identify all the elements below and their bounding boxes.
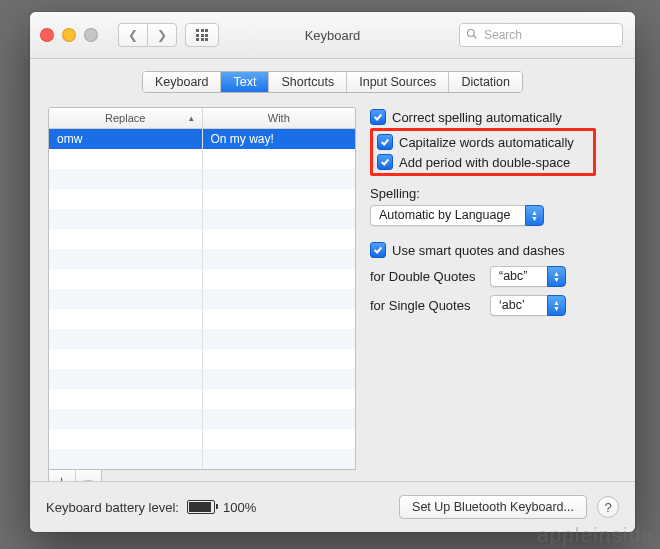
svg-point-0: [468, 29, 475, 36]
battery-icon: [187, 500, 215, 514]
col-with-header[interactable]: With: [203, 108, 356, 128]
help-button[interactable]: ?: [597, 496, 619, 518]
tab-segment: Keyboard Text Shortcuts Input Sources Di…: [142, 71, 523, 93]
content-area: Replace ▴ With omw On my way!: [30, 93, 635, 499]
svg-line-1: [474, 35, 477, 38]
checkmark-icon: [373, 112, 383, 122]
tab-shortcuts[interactable]: Shortcuts: [269, 72, 347, 92]
tab-text[interactable]: Text: [221, 72, 269, 92]
battery-status: Keyboard battery level: 100%: [46, 500, 256, 515]
replacements-table[interactable]: Replace ▴ With omw On my way!: [48, 107, 356, 470]
tab-keyboard[interactable]: Keyboard: [143, 72, 222, 92]
search-icon: [466, 28, 478, 43]
forward-button[interactable]: ❯: [147, 23, 177, 47]
correct-spelling-checkbox[interactable]: [370, 109, 386, 125]
smart-quotes-label: Use smart quotes and dashes: [392, 243, 565, 258]
popup-arrows-icon: ▲▼: [525, 205, 544, 226]
cell-with[interactable]: On my way!: [203, 129, 356, 149]
add-period-checkbox[interactable]: [377, 154, 393, 170]
double-quotes-label: for Double Quotes: [370, 269, 482, 284]
capitalize-checkbox[interactable]: [377, 134, 393, 150]
single-quotes-value: ‘abc’: [490, 295, 547, 316]
tab-dictation[interactable]: Dictation: [449, 72, 522, 92]
correct-spelling-label: Correct spelling automatically: [392, 110, 562, 125]
window-controls: [40, 28, 98, 42]
single-quotes-row: for Single Quotes ‘abc’ ▲▼: [370, 295, 617, 316]
double-quotes-value: “abc”: [490, 266, 547, 287]
add-period-row[interactable]: Add period with double-space: [377, 154, 589, 170]
popup-arrows-icon: ▲▼: [547, 266, 566, 287]
battery-label: Keyboard battery level:: [46, 500, 179, 515]
footer-bar: Keyboard battery level: 100% Set Up Blue…: [30, 481, 635, 532]
checkmark-icon: [373, 245, 383, 255]
spelling-popup-value: Automatic by Language: [370, 205, 525, 226]
single-quotes-popup[interactable]: ‘abc’ ▲▼: [490, 295, 566, 316]
minimize-window-button[interactable]: [62, 28, 76, 42]
close-window-button[interactable]: [40, 28, 54, 42]
chevron-right-icon: ❯: [157, 28, 167, 42]
checkmark-icon: [380, 157, 390, 167]
popup-arrows-icon: ▲▼: [547, 295, 566, 316]
double-quotes-popup[interactable]: “abc” ▲▼: [490, 266, 566, 287]
text-replacements-section: Replace ▴ With omw On my way!: [48, 107, 356, 491]
back-button[interactable]: ❮: [118, 23, 147, 47]
tab-input-sources[interactable]: Input Sources: [347, 72, 449, 92]
capitalize-row[interactable]: Capitalize words automatically: [377, 134, 589, 150]
capitalize-label: Capitalize words automatically: [399, 135, 574, 150]
table-row[interactable]: omw On my way!: [49, 129, 355, 149]
smart-quotes-checkbox[interactable]: [370, 242, 386, 258]
spelling-popup[interactable]: Automatic by Language ▲▼: [370, 205, 544, 226]
search-field[interactable]: [459, 23, 623, 47]
highlighted-options: Capitalize words automatically Add perio…: [370, 128, 596, 176]
search-input[interactable]: [482, 27, 616, 43]
tab-bar: Keyboard Text Shortcuts Input Sources Di…: [30, 71, 635, 93]
double-quotes-row: for Double Quotes “abc” ▲▼: [370, 266, 617, 287]
battery-percent: 100%: [223, 500, 256, 515]
table-header: Replace ▴ With: [49, 108, 355, 129]
grid-icon: [196, 29, 208, 41]
text-options: Correct spelling automatically Capitaliz…: [370, 107, 617, 491]
zoom-window-button[interactable]: [84, 28, 98, 42]
question-icon: ?: [604, 500, 611, 515]
show-all-prefs-button[interactable]: [185, 23, 219, 47]
spelling-label: Spelling:: [370, 186, 617, 201]
single-quotes-label: for Single Quotes: [370, 298, 482, 313]
checkmark-icon: [380, 137, 390, 147]
table-body[interactable]: omw On my way!: [49, 129, 355, 469]
sort-indicator-icon: ▴: [189, 113, 194, 123]
nav-buttons: ❮ ❯: [118, 23, 177, 47]
col-replace-header[interactable]: Replace ▴: [49, 108, 203, 128]
cell-replace[interactable]: omw: [49, 129, 203, 149]
prefs-window: ❮ ❯ Keyboard Keyboard Text Shortcuts: [30, 12, 635, 532]
titlebar: ❮ ❯ Keyboard: [30, 12, 635, 59]
bluetooth-keyboard-button[interactable]: Set Up Bluetooth Keyboard...: [399, 495, 587, 519]
chevron-left-icon: ❮: [128, 28, 138, 42]
correct-spelling-row[interactable]: Correct spelling automatically: [370, 109, 617, 125]
smart-quotes-row[interactable]: Use smart quotes and dashes: [370, 242, 617, 258]
add-period-label: Add period with double-space: [399, 155, 570, 170]
